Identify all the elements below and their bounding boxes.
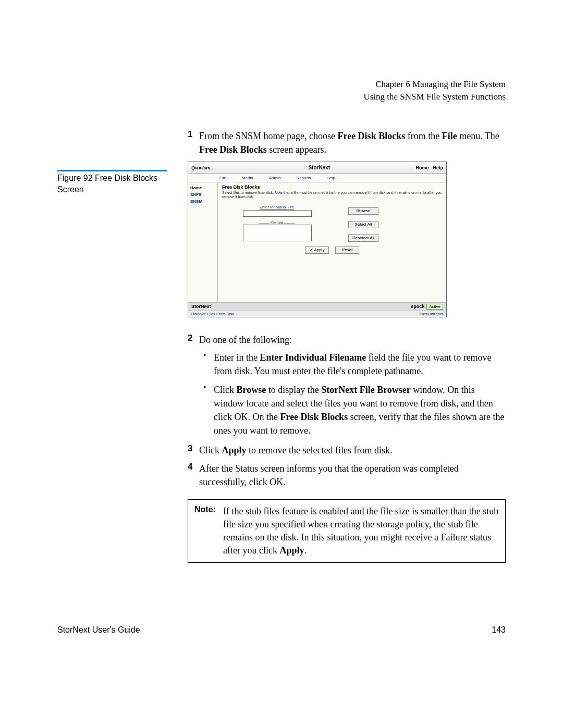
active-badge: Active: [426, 304, 443, 310]
sidenav-snsm[interactable]: SNSM: [190, 199, 215, 204]
footer-page-number: 143: [492, 625, 506, 635]
panel-title: Free Disk Blocks: [222, 184, 442, 190]
menu-help[interactable]: Help: [326, 176, 335, 180]
brand-logo: Quantum.: [191, 165, 211, 170]
enter-file-input[interactable]: [243, 210, 312, 217]
menu-reports[interactable]: Reports: [296, 176, 311, 180]
statusbar-left-text: Remove Files From Disk: [191, 312, 234, 316]
note-label: Note:: [194, 505, 223, 558]
sidenav-snfs[interactable]: SNFS: [190, 192, 215, 197]
note-box: Note: If the stub files feature is enabl…: [188, 499, 506, 563]
step-3-body: Click Apply to remove the selected files…: [199, 443, 506, 457]
panel-description: Select files to remove from disk. Note t…: [222, 191, 442, 200]
file-list-box[interactable]: [243, 225, 312, 241]
section-line: Using the SNSM File System Functions: [57, 91, 506, 103]
figure-caption: Figure 92 Free Disk Blocks Screen: [57, 172, 177, 196]
enter-file-label: Enter Individual File: [243, 205, 311, 209]
bullet-1-body: Enter in the Enter Individual Filename f…: [214, 351, 506, 378]
menu-admin[interactable]: Admin: [269, 176, 281, 180]
reset-button[interactable]: Reset: [335, 246, 359, 254]
chapter-line: Chapter 6 Managing the File System: [57, 78, 506, 91]
figure-rule: [57, 170, 167, 171]
screenshot-main-panel: Free Disk Blocks Select files to remove …: [218, 182, 446, 302]
step-1-number: 1: [188, 129, 199, 156]
toplink-help[interactable]: Help: [433, 165, 443, 170]
apply-button[interactable]: ✔ Apply: [305, 246, 329, 254]
page-footer: StorNext User's Guide 143: [57, 625, 506, 635]
step-2: 2 Do one of the following:: [188, 333, 506, 347]
screenshot-sidenav: Home SNFS SNSM: [188, 182, 218, 302]
bullet-2-body: Click Browse to display the StorNext Fil…: [214, 383, 506, 437]
bullet-icon: •: [203, 351, 214, 378]
select-all-button[interactable]: Select All: [348, 221, 378, 228]
menu-media[interactable]: Media: [242, 176, 253, 180]
page-header: Chapter 6 Managing the File System Using…: [57, 78, 506, 103]
host-label: spock: [411, 304, 424, 309]
step-2-number: 2: [188, 333, 199, 347]
app-title: StorNext: [308, 165, 330, 170]
step-4-number: 4: [188, 462, 199, 489]
screenshot-status-lower: Remove Files From Disk Local intranet: [188, 311, 446, 317]
screenshot-menubar: File Media Admin Reports Help: [188, 174, 446, 182]
screenshot-titlebar: Quantum. StorNext Home Help: [188, 162, 446, 174]
bullet-1: • Enter in the Enter Individual Filename…: [203, 351, 506, 378]
step-1: 1 From the SNSM home page, choose Free D…: [188, 129, 506, 156]
step-3: 3 Click Apply to remove the selected fil…: [188, 443, 506, 457]
step-2-body: Do one of the following:: [199, 333, 506, 347]
footer-left: StorNext User's Guide: [57, 625, 140, 635]
step-4-body: After the Status screen informs you that…: [199, 462, 506, 489]
sidenav-home[interactable]: Home: [190, 186, 215, 190]
file-list-label: ——— File List ———: [243, 221, 311, 225]
menu-file[interactable]: File: [219, 176, 226, 180]
browse-button[interactable]: Browse: [348, 207, 378, 215]
deselect-all-button[interactable]: Deselect All: [348, 235, 378, 242]
bullet-2: • Click Browse to display the StorNext F…: [203, 383, 506, 437]
figure-caption-column: Figure 92 Free Disk Blocks Screen: [57, 129, 177, 563]
step-4: 4 After the Status screen informs you th…: [188, 462, 506, 489]
step-3-number: 3: [188, 443, 199, 457]
content-column: 1 From the SNSM home page, choose Free D…: [188, 129, 506, 563]
stornext-footer-label: StorNext: [191, 304, 211, 309]
step-1-body: From the SNSM home page, choose Free Dis…: [199, 129, 506, 156]
statusbar-right-text: Local intranet: [420, 312, 443, 316]
screenshot-free-disk-blocks: Quantum. StorNext Home Help File Media A…: [188, 162, 447, 317]
toplink-home[interactable]: Home: [415, 165, 429, 170]
screenshot-status-upper: StorNext spock Active: [188, 302, 446, 311]
bullet-icon: •: [203, 383, 214, 437]
note-body: If the stub files feature is enabled and…: [223, 505, 499, 558]
